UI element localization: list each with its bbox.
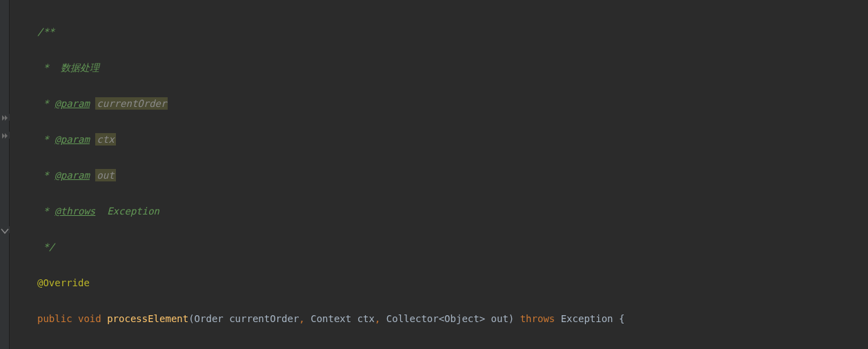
javadoc-tag-throws: @throws xyxy=(55,206,95,217)
method-name: processElement xyxy=(107,313,188,324)
space xyxy=(95,206,107,217)
method-signature: (Order currentOrder xyxy=(188,313,299,324)
javadoc-param-name: ctx xyxy=(95,133,115,146)
editor-gutter xyxy=(0,0,10,349)
annotation-override: @Override xyxy=(37,277,90,288)
keyword-throws: throws xyxy=(520,313,561,324)
gutter-caret-icon xyxy=(0,226,10,233)
keyword-public: public xyxy=(37,313,78,324)
keyword-void: void xyxy=(78,313,107,324)
code-line: public void processElement(Order current… xyxy=(37,310,868,328)
javadoc-param-name: out xyxy=(95,169,115,181)
javadoc-tag-param: @param xyxy=(55,170,90,181)
javadoc-comment: /** xyxy=(37,26,55,37)
javadoc-comment: */ xyxy=(37,241,55,252)
javadoc-tag-param: @param xyxy=(55,98,90,109)
code-line: /** xyxy=(37,23,868,41)
method-signature: Context ctx xyxy=(305,313,375,324)
javadoc-comment: * xyxy=(37,170,55,181)
method-signature: Collector<Object> out) xyxy=(380,313,520,324)
gutter-marker-icon xyxy=(0,132,10,139)
code-line: * @throws Exception xyxy=(37,202,868,220)
comma: , xyxy=(299,313,304,324)
javadoc-comment: * xyxy=(37,206,55,217)
code-line: * @param out xyxy=(37,166,868,184)
code-line: * @param ctx xyxy=(37,130,868,148)
code-line: @Override xyxy=(37,274,868,292)
exception-type: Exception { xyxy=(561,313,625,324)
javadoc-comment: * xyxy=(37,62,61,73)
code-editor[interactable]: /** * 数据处理 * @param currentOrder * @para… xyxy=(10,0,868,349)
code-line: * 数据处理 xyxy=(37,59,868,77)
javadoc-throws-type: Exception xyxy=(107,206,159,217)
code-line: long time = currentOrder.getOrderTime() … xyxy=(37,346,868,349)
gutter-marker-icon xyxy=(0,114,10,121)
javadoc-comment: * xyxy=(37,134,55,145)
javadoc-tag-param: @param xyxy=(55,134,90,145)
javadoc-param-name: currentOrder xyxy=(95,97,168,110)
javadoc-description: 数据处理 xyxy=(61,62,99,73)
code-line: */ xyxy=(37,238,868,256)
code-line: * @param currentOrder xyxy=(37,94,868,112)
javadoc-comment: * xyxy=(37,98,55,109)
